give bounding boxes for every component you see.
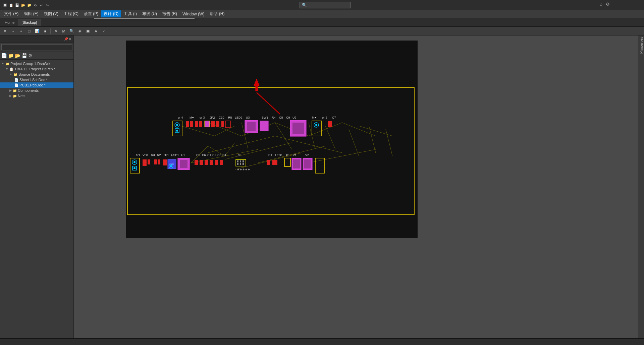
tree-item-pcb1-pcbdoc--[interactable]: 📄PCB1.PcbDoc * <box>0 82 73 88</box>
svg-text:S1: S1 <box>238 153 242 157</box>
settings-sidebar-icon[interactable]: ⚙ <box>28 53 33 58</box>
sidebar: 📌 ✕ 📄 📁 📂 💾 ⚙ ▼📁Project Group 1.DsnWrk▼📋… <box>0 36 74 338</box>
tree-item-icon: 📁 <box>5 62 9 66</box>
app-icons: 🔲 📋 💾 📂 📁 ⚙ ↩ ↪ <box>3 3 50 7</box>
undo-icon[interactable]: ↩ <box>39 3 44 7</box>
right-properties-panel: Properties <box>638 36 644 338</box>
svg-text:er 3: er 3 <box>200 116 205 119</box>
toolbar: ▼ → + □ 📊 ■ ✕ M 🔍 ◈ ▣ A ∕ <box>0 27 644 36</box>
menu-item-project[interactable]: 工程 (C) <box>61 10 81 17</box>
menu-item-report[interactable]: 报告 (R) <box>160 10 180 17</box>
restore-button[interactable] <box>622 2 631 8</box>
tb-btn-6[interactable]: ■ <box>42 28 49 34</box>
tree-item-source-documents[interactable]: ▼📁Source Documents <box>0 72 73 77</box>
search-input[interactable] <box>308 3 348 7</box>
tb-btn-11[interactable]: ▣ <box>84 28 92 34</box>
sidebar-toolbar: 📄 📁 📂 💾 ⚙ <box>0 52 73 60</box>
svg-point-66 <box>315 124 317 126</box>
svg-rect-108 <box>220 160 223 165</box>
tb-btn-5[interactable]: 📊 <box>34 28 41 34</box>
home-icon[interactable]: ⌂ <box>598 2 604 8</box>
tree-item-label: Components <box>18 88 39 92</box>
svg-rect-111 <box>240 160 241 162</box>
tb-btn-7[interactable]: ✕ <box>52 28 59 34</box>
tb-btn-2[interactable]: → <box>9 28 17 34</box>
app-icon-1: 🔲 <box>3 3 7 7</box>
tree-expand-arrow: ▼ <box>5 67 8 71</box>
svg-rect-95 <box>158 159 160 164</box>
tree-item-label: Nets <box>18 94 25 98</box>
svg-rect-54 <box>205 121 210 127</box>
new-file-icon[interactable]: 📄 <box>1 53 7 58</box>
filter-btn[interactable]: ▼ <box>1 28 9 34</box>
tree-item-tb6612-project-prjpcb--[interactable]: ▼📋TB6612_Project.PrjPcb * <box>0 66 73 72</box>
sidebar-pin-btn[interactable]: 📌 <box>64 37 68 41</box>
svg-text:C2: C2 <box>212 153 216 157</box>
tb-btn-3[interactable]: + <box>17 28 25 34</box>
svg-text:LED2: LED2 <box>235 116 243 119</box>
tree-item-icon: 📁 <box>13 89 17 92</box>
search-box[interactable]: 🔍 <box>300 2 351 8</box>
open-icon[interactable]: 📂 <box>15 53 20 58</box>
tree-item-project-group-1-dsnwrk[interactable]: ▼📁Project Group 1.DsnWrk <box>0 61 73 66</box>
app-icon-5: 📁 <box>27 3 32 7</box>
sidebar-panel-buttons: 📌 ✕ <box>64 37 71 41</box>
svg-text:C4: C4 <box>222 153 226 157</box>
svg-point-116 <box>237 169 239 170</box>
tb-btn-9[interactable]: 🔍 <box>68 28 75 34</box>
svg-text:JP1: JP1 <box>164 153 169 157</box>
settings-icon[interactable]: ⚙ <box>604 2 611 8</box>
menu-item-file[interactable]: 文件 (E) <box>1 10 21 17</box>
tb-btn-12[interactable]: A <box>92 28 100 34</box>
tb-btn-10[interactable]: ◈ <box>76 28 84 34</box>
design-dropdown-menu[interactable] <box>94 18 195 19</box>
window-controls: ⌂ ⚙ <box>598 2 641 8</box>
tree-item-components[interactable]: ▶📁Components <box>0 88 73 93</box>
menu-item-view[interactable]: 视图 (V) <box>41 10 61 17</box>
svg-point-117 <box>240 169 242 170</box>
svg-text:P1: P1 <box>286 153 290 157</box>
tree-item-label: Project Group 1.DsnWrk <box>10 62 50 66</box>
svg-rect-96 <box>163 159 167 165</box>
tree-item-icon: 📁 <box>13 73 17 76</box>
svg-rect-115 <box>243 163 244 165</box>
menu-item-tools[interactable]: 工具 (I) <box>121 10 140 17</box>
close-button[interactable] <box>632 2 641 8</box>
properties-label[interactable]: Properties <box>639 37 643 54</box>
menu-item-edit[interactable]: 编辑 (E) <box>21 10 41 17</box>
tab--stackup-[interactable]: [Stackup] <box>18 19 41 26</box>
tb-btn-8[interactable]: M <box>60 28 67 34</box>
sidebar-search-bar <box>0 43 73 52</box>
search-icon: 🔍 <box>302 3 307 7</box>
svg-text:VD1: VD1 <box>143 153 149 157</box>
svg-point-49 <box>176 130 178 132</box>
sidebar-search-input[interactable] <box>1 44 72 50</box>
app-icon-4: 📂 <box>21 3 25 7</box>
svg-text:C8: C8 <box>279 116 283 119</box>
svg-text:U2: U2 <box>292 116 297 119</box>
app-icon-6: ⚙ <box>33 3 38 7</box>
tree-item-nets[interactable]: ▶📁Nets <box>0 93 73 98</box>
tree-item-label: Source Documents <box>18 72 50 76</box>
main-layout: 📌 ✕ 📄 📁 📂 💾 ⚙ ▼📁Project Group 1.DsnWrk▼📋… <box>0 36 644 338</box>
add-icon[interactable]: 📁 <box>8 53 14 58</box>
tb-btn-13[interactable]: ∕ <box>100 28 108 34</box>
menu-item-design[interactable]: 设计 (D) <box>101 10 121 17</box>
tab-home[interactable]: Home <box>1 19 18 26</box>
svg-text:USB1: USB1 <box>171 153 179 157</box>
svg-rect-61 <box>260 121 268 131</box>
save-icon[interactable]: 💾 <box>21 53 27 58</box>
svg-text:C9: C9 <box>286 116 290 119</box>
pcb-canvas-area[interactable]: er 4 M● er 3 JP2 C10 R5 LED2 U3 SW1 R4 C… <box>74 36 638 338</box>
svg-rect-125 <box>293 159 300 168</box>
menu-item-place[interactable]: 放置 (P) <box>81 10 101 17</box>
sidebar-close-btn[interactable]: ✕ <box>69 37 71 41</box>
svg-rect-93 <box>148 159 150 164</box>
minimize-button[interactable] <box>612 2 621 8</box>
tb-btn-4[interactable]: □ <box>25 28 33 34</box>
menu-item-route[interactable]: 布线 (U) <box>140 10 160 17</box>
menu-item-help[interactable]: 帮助 (H) <box>207 10 227 17</box>
redo-icon[interactable]: ↪ <box>45 3 50 7</box>
menu-item-window[interactable]: Window (W) <box>180 11 207 17</box>
tree-item-sheet1-schdoc--[interactable]: 📄Sheet1.SchDoc * <box>0 77 73 82</box>
